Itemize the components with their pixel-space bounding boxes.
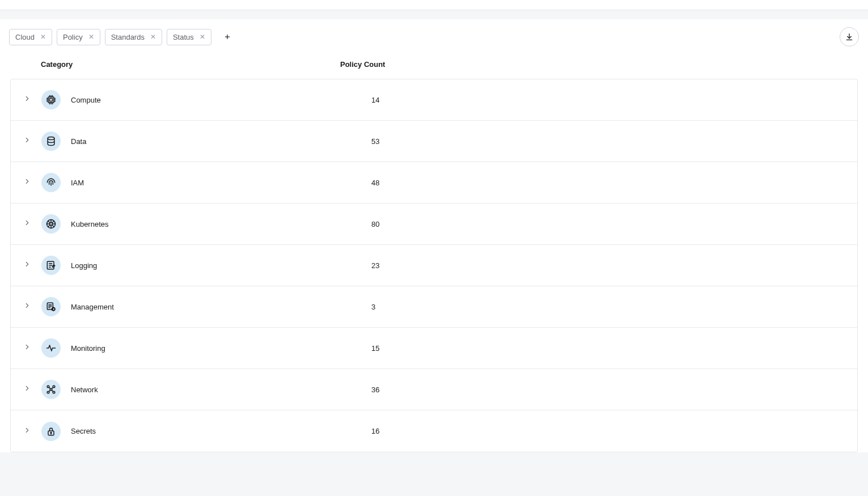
chevron-right-icon [23,136,31,146]
svg-line-47 [52,390,53,391]
policy-count-cell: 48 [371,179,857,187]
expand-toggle[interactable] [11,384,33,395]
category-name: Management [71,303,114,311]
table-body: Compute14 Data53 IAM48 Kubernetes80 Logg… [10,79,858,452]
table-row[interactable]: Network36 [11,369,857,410]
policy-count-cell: 80 [371,220,857,228]
management-icon [41,297,61,316]
chevron-right-icon [23,219,31,229]
category-cell: Data [33,132,371,151]
filter-chip-label: Cloud [15,33,35,41]
expand-toggle[interactable] [11,136,33,146]
expand-toggle[interactable] [11,426,33,436]
category-name: Monitoring [71,344,105,353]
expand-toggle[interactable] [11,219,33,229]
expand-toggle[interactable] [11,95,33,105]
policy-count-cell: 16 [371,427,857,435]
svg-rect-4 [48,97,54,103]
filter-chip-label: Standards [111,33,145,41]
content-area: Cloud ✕ Policy ✕ Standards ✕ Status ✕ C [0,19,868,452]
policy-count-cell: 53 [371,137,857,146]
svg-line-26 [48,221,50,223]
monitoring-icon [41,338,61,358]
svg-point-18 [48,137,54,140]
filter-bar: Cloud ✕ Policy ✕ Standards ✕ Status ✕ [0,27,868,46]
svg-line-46 [49,390,50,391]
policy-count-cell: 3 [371,303,857,311]
secrets-icon [41,422,61,441]
filter-chips: Cloud ✕ Policy ✕ Standards ✕ Status ✕ [9,29,235,45]
category-name: IAM [71,179,84,187]
filter-chip-policy[interactable]: Policy ✕ [57,29,100,45]
filter-chip-cloud[interactable]: Cloud ✕ [9,29,52,45]
category-name: Compute [71,96,101,104]
kubernetes-icon [41,214,61,234]
policy-count-cell: 36 [371,385,857,394]
chevron-right-icon [23,260,31,270]
compute-icon [41,90,61,109]
svg-line-27 [52,225,54,227]
table-header: Category Policy Count [0,46,868,79]
network-icon [41,380,61,399]
table-row[interactable]: Management3 [11,286,857,328]
iam-icon [41,173,61,192]
chevron-right-icon [23,302,31,312]
table-row[interactable]: Logging23 [11,245,857,286]
svg-rect-5 [50,99,53,101]
category-name: Data [71,137,86,146]
data-icon [41,132,61,151]
category-name: Network [71,385,98,394]
expand-toggle[interactable] [11,260,33,270]
category-cell: Kubernetes [33,214,371,234]
chevron-right-icon [23,177,31,188]
filter-chip-standards[interactable]: Standards ✕ [105,29,162,45]
category-cell: Logging [33,256,371,275]
policy-count-cell: 14 [371,96,857,104]
chevron-right-icon [23,426,31,436]
category-name: Logging [71,261,97,270]
expand-toggle[interactable] [11,302,33,312]
table-row[interactable]: Data53 [11,121,857,162]
close-icon[interactable]: ✕ [88,33,94,40]
svg-line-28 [48,225,50,227]
category-cell: Network [33,380,371,399]
add-filter-button[interactable] [219,29,235,45]
category-name: Secrets [71,427,96,435]
policy-count-cell: 23 [371,261,857,270]
close-icon[interactable]: ✕ [200,33,205,40]
category-cell: IAM [33,173,371,192]
download-button[interactable] [840,27,859,46]
top-strip [0,0,868,10]
policy-count-cell: 15 [371,344,857,353]
category-cell: Compute [33,90,371,109]
logging-icon [41,256,61,275]
filter-chip-label: Policy [63,33,83,41]
column-header-category[interactable]: Category [0,60,340,69]
category-cell: Secrets [33,422,371,441]
plus-icon [223,33,231,41]
svg-line-29 [52,221,54,223]
chevron-right-icon [23,95,31,105]
table-row[interactable]: Secrets16 [11,410,857,452]
close-icon[interactable]: ✕ [150,33,156,40]
category-name: Kubernetes [71,220,109,228]
expand-toggle[interactable] [11,343,33,353]
column-header-policy-count[interactable]: Policy Count [340,60,868,69]
chevron-right-icon [23,384,31,395]
download-icon [845,32,854,41]
table-row[interactable]: Kubernetes80 [11,204,857,245]
table-row[interactable]: Monitoring15 [11,328,857,369]
close-icon[interactable]: ✕ [40,33,46,40]
svg-line-44 [49,387,50,388]
filter-chip-label: Status [173,33,194,41]
expand-toggle[interactable] [11,177,33,188]
category-cell: Management [33,297,371,316]
category-cell: Monitoring [33,338,371,358]
table-row[interactable]: IAM48 [11,162,857,204]
filter-chip-status[interactable]: Status ✕ [167,29,211,45]
chevron-right-icon [23,343,31,353]
table-row[interactable]: Compute14 [11,79,857,121]
svg-line-45 [52,387,53,388]
